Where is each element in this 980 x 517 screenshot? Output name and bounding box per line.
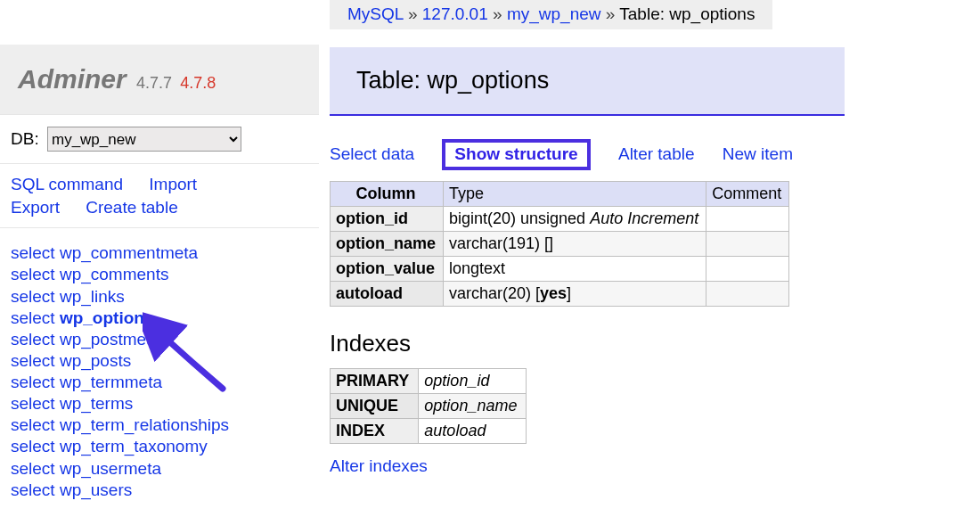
sidebar: Adminer 4.7.7 4.7.8 DB: my_wp_new SQL co… [0, 45, 319, 501]
command-links: SQL command Import Export Create table [0, 164, 319, 228]
table-link-wp-options[interactable]: select wp_options [11, 308, 319, 329]
table-name: wp_postmeta [60, 330, 160, 349]
indexes-heading: Indexes [330, 330, 971, 357]
column-type: longtext [444, 257, 706, 282]
table-list: select wp_commentmetaselect wp_commentss… [0, 228, 319, 501]
main: MySQL » 127.0.01 » my_wp_new » Table: wp… [330, 0, 971, 476]
select-prefix: select [11, 287, 60, 306]
table-name: wp_users [60, 480, 132, 499]
breadcrumb-db[interactable]: my_wp_new [507, 4, 601, 23]
select-prefix: select [11, 373, 60, 391]
page-title-bar: Table: wp_options [330, 47, 845, 116]
index-row: PRIMARYoption_id [331, 369, 527, 394]
column-type: varchar(20) [yes] [444, 282, 706, 307]
table-link-wp-comments[interactable]: select wp_comments [11, 264, 319, 285]
table-name: wp_options [60, 308, 154, 327]
select-data-link[interactable]: Select data [330, 144, 414, 164]
breadcrumb-sep: » [408, 4, 422, 23]
alter-indexes-link[interactable]: Alter indexes [330, 456, 428, 476]
column-type: varchar(191) [] [444, 232, 706, 257]
table-link-wp-links[interactable]: select wp_links [11, 286, 319, 308]
table-link-wp-termmeta[interactable]: select wp_termmeta [11, 372, 319, 393]
new-item-link[interactable]: New item [723, 144, 793, 164]
breadcrumb-host[interactable]: 127.0.01 [422, 4, 488, 23]
columns-header-column: Column [331, 182, 444, 207]
column-row: autoloadvarchar(20) [yes] [331, 282, 789, 307]
column-row: option_idbigint(20) unsigned Auto Increm… [331, 207, 789, 232]
breadcrumb-sep: » [493, 4, 507, 23]
create-table-link[interactable]: Create table [86, 196, 178, 219]
page-title: Table: wp_options [356, 67, 818, 94]
column-comment [706, 282, 789, 307]
breadcrumb: MySQL » 127.0.01 » my_wp_new » Table: wp… [330, 0, 772, 29]
column-name: autoload [331, 282, 444, 307]
columns-table: Column Type Comment option_idbigint(20) … [330, 181, 789, 307]
table-name: wp_usermeta [60, 459, 161, 478]
show-structure-link[interactable]: Show structure [442, 139, 590, 170]
columns-header-comment: Comment [706, 182, 789, 207]
table-link-wp-posts[interactable]: select wp_posts [11, 350, 319, 372]
table-name: wp_term_relationships [60, 415, 229, 434]
column-name: option_name [331, 232, 444, 257]
table-name: wp_links [60, 287, 125, 306]
table-link-wp-users[interactable]: select wp_users [11, 480, 319, 501]
column-comment [706, 257, 789, 282]
table-name: wp_posts [60, 351, 131, 370]
select-prefix: select [11, 330, 60, 349]
column-comment [706, 232, 789, 257]
table-name: wp_termmeta [60, 373, 162, 391]
indexes-table: PRIMARYoption_idUNIQUEoption_nameINDEXau… [330, 368, 527, 444]
select-prefix: select [11, 265, 60, 283]
column-type: bigint(20) unsigned Auto Increment [444, 207, 706, 232]
db-selector-row: DB: my_wp_new [0, 115, 319, 164]
table-link-wp-postmeta[interactable]: select wp_postmeta [11, 329, 319, 350]
table-name: wp_term_taxonomy [60, 437, 208, 455]
logo-box: Adminer 4.7.7 4.7.8 [0, 45, 319, 115]
table-name: wp_commentmeta [60, 243, 198, 262]
select-prefix: select [11, 459, 60, 478]
version-current: 4.7.7 [136, 74, 172, 92]
table-name: wp_terms [60, 394, 133, 413]
columns-header-row: Column Type Comment [331, 182, 789, 207]
export-link[interactable]: Export [11, 196, 60, 219]
sql-command-link[interactable]: SQL command [11, 173, 123, 196]
alter-table-link[interactable]: Alter table [618, 144, 695, 164]
breadcrumb-sep: » [606, 4, 620, 23]
index-type: UNIQUE [331, 394, 419, 419]
breadcrumb-driver[interactable]: MySQL [347, 4, 404, 23]
db-label: DB: [11, 129, 39, 148]
column-name: option_value [331, 257, 444, 282]
index-columns: option_name [419, 394, 527, 419]
app-name: Adminer [18, 64, 127, 94]
table-name: wp_comments [60, 265, 169, 283]
index-type: PRIMARY [331, 369, 419, 394]
index-row: INDEXautoload [331, 419, 527, 444]
select-prefix: select [11, 415, 60, 434]
column-row: option_namevarchar(191) [] [331, 232, 789, 257]
table-link-wp-term-taxonomy[interactable]: select wp_term_taxonomy [11, 436, 319, 457]
index-columns: option_id [419, 369, 527, 394]
version-latest-link[interactable]: 4.7.8 [180, 74, 216, 92]
index-type: INDEX [331, 419, 419, 444]
index-row: UNIQUEoption_name [331, 394, 527, 419]
select-prefix: select [11, 480, 60, 499]
table-link-wp-term-relationships[interactable]: select wp_term_relationships [11, 414, 319, 436]
index-columns: autoload [419, 419, 527, 444]
db-select[interactable]: my_wp_new [47, 127, 241, 152]
select-prefix: select [11, 243, 60, 262]
columns-header-type: Type [444, 182, 706, 207]
select-prefix: select [11, 394, 60, 413]
column-comment [706, 207, 789, 232]
table-link-wp-terms[interactable]: select wp_terms [11, 393, 319, 414]
table-link-wp-commentmeta[interactable]: select wp_commentmeta [11, 242, 319, 264]
select-prefix: select [11, 308, 60, 327]
column-name: option_id [331, 207, 444, 232]
select-prefix: select [11, 437, 60, 455]
table-actions: Select data Show structure Alter table N… [330, 139, 971, 170]
table-link-wp-usermeta[interactable]: select wp_usermeta [11, 458, 319, 480]
column-row: option_valuelongtext [331, 257, 789, 282]
select-prefix: select [11, 351, 60, 370]
import-link[interactable]: Import [149, 173, 197, 196]
breadcrumb-tail: Table: wp_options [619, 4, 755, 23]
